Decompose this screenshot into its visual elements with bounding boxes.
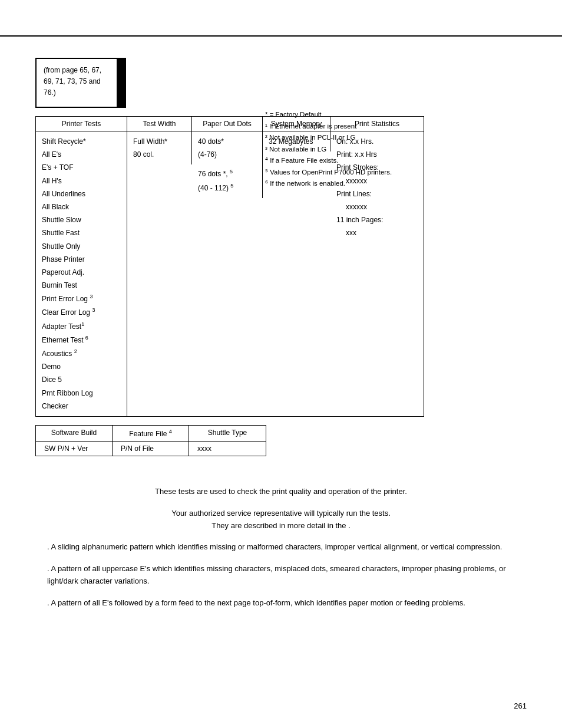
- header-paper-out-dots: Paper Out Dots: [192, 117, 263, 131]
- test-phase-printer: Phase Printer: [42, 253, 121, 266]
- test-prnt-ribbon-log: Prnt Ribbon Log: [42, 387, 121, 400]
- bottom-header-feature-file: Feature File 4: [113, 426, 189, 441]
- dots-4-76: (4-76): [198, 148, 256, 161]
- text-section: These tests are used to check the print …: [35, 486, 527, 610]
- para-4: . A pattern of all uppercase E's which i…: [47, 563, 515, 588]
- bottom-col-shuttle-val: xxxx: [189, 442, 266, 456]
- test-all-black: All Black: [42, 200, 121, 213]
- bottom-table-header-row: Software Build Feature File 4 Shuttle Ty…: [36, 426, 266, 442]
- stat-11-inch-val: xxx: [336, 226, 418, 239]
- bottom-table-content-row: SW P/N + Ver P/N of File xxxx: [36, 442, 266, 456]
- test-clear-error-log: Clear Error Log 3: [42, 305, 121, 319]
- footnote-6: ⁵ Values for OpenPrint P7000 HD printers…: [265, 167, 392, 179]
- stat-print-lines-val: xxxxxx: [336, 200, 418, 213]
- col-paper-out-dots: 40 dots* (4-76) 76 dots *, 5 (40 - 112) …: [192, 131, 263, 198]
- footnote-7: ⁶ If the network is enabled.: [265, 178, 392, 190]
- footnotes-area: * = Factory Default ¹ If Ethernet adapte…: [265, 109, 392, 190]
- test-all-hs: All H's: [42, 174, 121, 187]
- header-test-width: Test Width: [127, 117, 192, 131]
- para-1: These tests are used to check the print …: [47, 486, 515, 498]
- test-es-tof: E's + TOF: [42, 161, 121, 174]
- footnote-4: ³ Not available in LG: [265, 144, 392, 156]
- footnote-1: * = Factory Default: [265, 109, 392, 121]
- test-acoustics: Acoustics 2: [42, 347, 121, 360]
- footnote-5: ⁴ If a Feature File exists.: [265, 155, 392, 167]
- page-number: 261: [514, 701, 527, 710]
- test-paperout-adj: Paperout Adj.: [42, 266, 121, 279]
- test-ethernet-test: Ethernet Test 6: [42, 333, 121, 347]
- test-burnin: Burnin Test: [42, 279, 121, 292]
- bottom-col-file-val: P/N of File: [113, 442, 189, 456]
- para-2-line1: Your authorized service representative w…: [171, 509, 391, 518]
- para-2-line2: They are described in more detail in the…: [211, 521, 351, 530]
- test-all-underlines: All Underlines: [42, 187, 121, 200]
- test-shuttle-only: Shuttle Only: [42, 240, 121, 253]
- para-3: . A sliding alphanumeric pattern which i…: [47, 541, 515, 554]
- test-adapter-test: Adapter Test1: [42, 319, 121, 333]
- test-all-es: All E's: [42, 148, 121, 161]
- dots-spacer: [198, 161, 256, 167]
- bottom-header-shuttle-type-text: Shuttle Type: [197, 429, 257, 437]
- bottom-col-sw-val: SW P/N + Ver: [36, 442, 113, 456]
- top-border: [0, 35, 562, 37]
- bottom-header-software-build: Software Build: [36, 426, 113, 441]
- test-print-error-log: Print Error Log 3: [42, 292, 121, 305]
- width-80col: 80 col.: [133, 148, 186, 161]
- dots-40: 40 dots*: [198, 135, 256, 148]
- footnote-2: ¹ If Ethernet adapter is present: [265, 121, 392, 133]
- bottom-header-software-build-text: Software Build: [44, 429, 104, 437]
- dots-40-112: (40 - 112) 5: [198, 181, 256, 195]
- test-shuttle-fast: Shuttle Fast: [42, 226, 121, 239]
- test-shift-recycle: Shift Recycle*: [42, 135, 121, 148]
- width-full: Full Width*: [133, 135, 186, 148]
- stat-11-inch-label: 11 inch Pages:: [336, 213, 418, 226]
- para-5: . A pattern of all E's followed by a for…: [47, 597, 515, 610]
- bottom-header-shuttle-type: Shuttle Type: [189, 426, 266, 441]
- bottom-table: Software Build Feature File 4 Shuttle Ty…: [35, 425, 266, 456]
- test-shuttle-slow: Shuttle Slow: [42, 213, 121, 226]
- para-2: Your authorized service representative w…: [47, 508, 515, 532]
- col-test-width: Full Width* 80 col.: [127, 131, 192, 164]
- header-printer-tests: Printer Tests: [36, 117, 127, 131]
- dots-76: 76 dots *, 5: [198, 167, 256, 180]
- test-dice-5: Dice 5: [42, 373, 121, 386]
- test-demo: Demo: [42, 360, 121, 373]
- test-checker: Checker: [42, 400, 121, 413]
- footnote-3: ² Not available in PCL-II or LG: [265, 132, 392, 144]
- from-page-container: (from page 65, 67, 69, 71, 73, 75 and 76…: [35, 58, 118, 108]
- from-page-box: (from page 65, 67, 69, 71, 73, 75 and 76…: [35, 58, 118, 108]
- col-printer-tests: Shift Recycle* All E's E's + TOF All H's…: [36, 131, 127, 416]
- from-page-text: (from page 65, 67, 69, 71, 73, 75 and 76…: [44, 66, 101, 97]
- black-side-block: [118, 58, 126, 108]
